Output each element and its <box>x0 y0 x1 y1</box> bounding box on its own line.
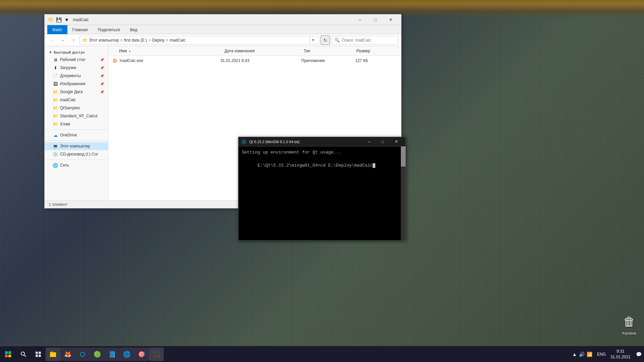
maximize-button[interactable]: □ <box>368 14 383 25</box>
taskbar-notification-btn[interactable]: 💬 <box>633 346 644 362</box>
sidebar-item-thispc[interactable]: 💻 Этот компьютер <box>45 142 108 150</box>
svg-rect-2 <box>5 351 8 354</box>
svg-rect-4 <box>5 355 8 357</box>
cmd-minimize-button[interactable]: ─ <box>363 137 376 146</box>
sidebar-label-desktop: Рабочий стол <box>60 57 85 62</box>
taskbar-tray-icons[interactable]: ▲ 🔊 📶 <box>570 346 595 362</box>
search-input[interactable] <box>342 38 395 43</box>
tab-share[interactable]: Поделиться <box>93 25 125 34</box>
file-name-cell: ⚙ madCalc.exe <box>111 58 220 64</box>
taskbar-app-cmd[interactable]: ⬛ <box>149 348 164 361</box>
cmd-content: Setting up environment for Qt usage... E… <box>238 146 406 240</box>
taskbar-search-icon[interactable] <box>16 347 31 362</box>
pin-icon-images: 📌 <box>100 82 104 86</box>
recycle-bin[interactable]: 🗑 Корзина <box>621 314 637 335</box>
network-icon: 🌐 <box>53 163 58 168</box>
file-date-cell: 31.01.2021 8:43 <box>220 58 301 63</box>
pin-icon-googledrive: 📌 <box>100 90 104 94</box>
sidebar-item-qtsamples[interactable]: 📁 QtSamples <box>45 104 108 112</box>
taskbar-app-unknown3[interactable]: 📘 <box>105 348 119 361</box>
cmd-controls: ─ □ ✕ <box>363 137 403 146</box>
sidebar-item-images[interactable]: 🖼 Изображения 📌 <box>45 80 108 88</box>
refresh-button[interactable]: ↻ <box>321 36 330 45</box>
svg-rect-5 <box>8 355 11 357</box>
sidebar-item-onedrive[interactable]: ☁ OneDrive <box>45 131 108 139</box>
sidebar-item-cd[interactable]: 💿 CD-дисковод (I:) Cor <box>45 150 108 158</box>
col-name-label: Имя <box>119 49 127 53</box>
taskbar-app-unknown1[interactable]: ⬡ <box>75 348 90 361</box>
start-button[interactable] <box>0 346 16 362</box>
tab-home[interactable]: Главная <box>67 25 93 34</box>
taskbar-app-browser[interactable]: 🦊 <box>60 348 75 361</box>
cmd-scrollbar[interactable] <box>401 146 406 240</box>
cmd-cursor <box>373 163 375 168</box>
titlebar-dropdown-icon[interactable]: ▼ <box>63 16 70 23</box>
cmd-maximize-button[interactable]: □ <box>376 137 389 146</box>
search-box[interactable]: 🔍 <box>331 36 398 45</box>
sidebar-item-standard[interactable]: 📁 Standard_XP_Calcul <box>45 112 108 120</box>
sidebar-item-downloads[interactable]: ⬇ Загрузки 📌 <box>45 64 108 72</box>
col-name-sort-icon: ▲ <box>128 49 131 53</box>
forward-button[interactable]: → <box>58 36 67 45</box>
downloads-icon: ⬇ <box>53 65 58 70</box>
sidebar-item-madcalc[interactable]: 📁 madCalc <box>45 96 108 104</box>
col-header-date[interactable]: Дата изменения <box>224 46 304 56</box>
close-button[interactable]: ✕ <box>383 14 398 25</box>
pin-icon-desktop: 📌 <box>100 58 104 62</box>
taskbar-app-unknown4[interactable]: 🎯 <box>134 348 149 361</box>
quick-access-header[interactable]: ▼ Быстрый доступ <box>45 49 108 56</box>
cmd-scrollbar-thumb <box>401 146 406 167</box>
file-list-header: Имя ▲ Дата изменения Тип Размер <box>108 46 401 56</box>
sidebar: ▼ Быстрый доступ 🖥 Рабочий стол 📌 ⬇ Загр… <box>45 46 108 200</box>
sidebar-item-documents[interactable]: 📄 Документы 📌 <box>45 72 108 80</box>
minimize-button[interactable]: ─ <box>352 14 368 25</box>
hlam-icon: 📁 <box>53 121 58 127</box>
sidebar-item-desktop[interactable]: 🖥 Рабочий стол 📌 <box>45 56 108 64</box>
tab-view[interactable]: Вид <box>125 25 142 34</box>
col-header-size[interactable]: Размер <box>356 46 398 56</box>
svg-rect-3 <box>8 351 11 354</box>
col-header-type[interactable]: Тип <box>304 46 356 56</box>
sidebar-label-hlam: Хлам <box>60 122 70 126</box>
taskbar-lang[interactable]: ENG <box>595 352 608 357</box>
recycle-bin-icon: 🗑 <box>621 314 637 330</box>
path-this-pc[interactable]: Этот компьютер <box>89 38 119 43</box>
taskbar-clock[interactable]: 9:31 31.01.2021 <box>608 346 633 362</box>
ribbon-tabs: Файл Главная Поделиться Вид <box>45 25 401 34</box>
address-dropdown-btn[interactable]: ▼ <box>310 36 316 45</box>
up-button[interactable]: ↑ <box>69 36 78 45</box>
file-name-label: madCalc.exe <box>120 58 143 63</box>
taskbar-app-edge[interactable]: 🌐 <box>119 348 134 361</box>
cmd-close-button[interactable]: ✕ <box>389 137 403 146</box>
file-row-madcalc-exe[interactable]: ⚙ madCalc.exe 31.01.2021 8:43 Приложение… <box>108 56 401 65</box>
path-deploy[interactable]: Deploy <box>152 38 164 43</box>
cmd-title-text: Qt 5.15.2 (MinGW 8.1.0 64-bit) <box>249 140 360 144</box>
sidebar-label-documents: Документы <box>60 73 81 78</box>
sidebar-item-hlam[interactable]: 📁 Хлам <box>45 120 108 128</box>
col-type-label: Тип <box>304 49 310 53</box>
back-button[interactable]: ← <box>47 36 57 45</box>
sidebar-item-googledrive[interactable]: 📁 Google Диск 📌 <box>45 88 108 96</box>
sidebar-label-madcalc: madCalc <box>60 98 76 102</box>
path-madcalc[interactable]: madCalc <box>170 38 185 43</box>
path-sep-2: > <box>148 38 151 43</box>
onedrive-icon: ☁ <box>53 132 58 138</box>
address-path[interactable]: 📁 Этот компьютер > first data (E:) > Dep… <box>79 36 319 45</box>
sidebar-label-images: Изображения <box>60 81 85 86</box>
sidebar-divider-3 <box>45 160 108 160</box>
desktop-icon: 🖥 <box>53 57 58 62</box>
svg-point-6 <box>21 352 24 355</box>
path-first-data[interactable]: first data (E:) <box>124 38 147 43</box>
folder-icon-path: 📁 <box>83 38 88 43</box>
svg-text:Qt: Qt <box>242 140 246 144</box>
cmd-line-3: E:\Qt\5.15.2\mingw81_64>cd E:\Deploy\mad… <box>242 156 402 176</box>
qtsamples-icon: 📁 <box>53 105 58 111</box>
status-text: 1 элемент <box>49 202 68 207</box>
images-icon: 🖼 <box>53 81 58 86</box>
taskbar-app-unknown2[interactable]: 🟢 <box>90 348 105 361</box>
taskbar-app-explorer[interactable] <box>46 348 60 361</box>
taskbar-task-view-icon[interactable] <box>31 347 46 362</box>
col-header-name[interactable]: Имя ▲ <box>111 46 224 56</box>
tab-file[interactable]: Файл <box>47 25 67 34</box>
sidebar-item-network[interactable]: 🌐 Сеть <box>45 161 108 169</box>
